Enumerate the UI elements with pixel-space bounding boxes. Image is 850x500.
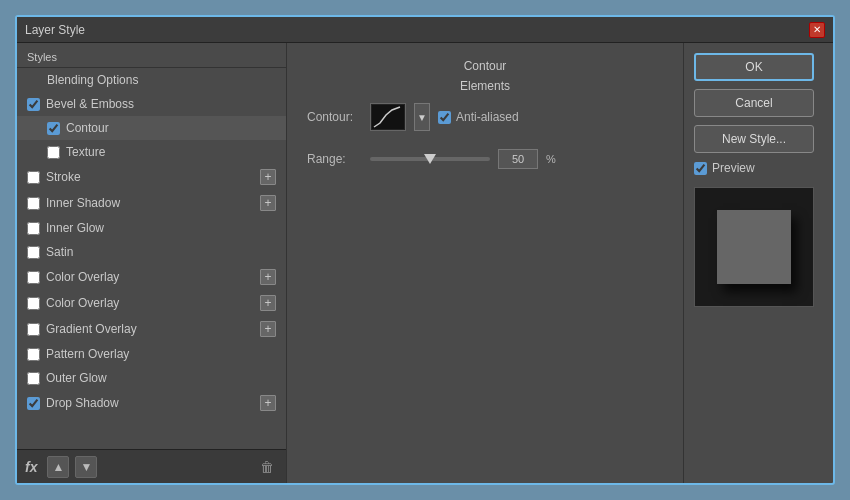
sidebar-item-gradient-overlay[interactable]: Gradient Overlay+ bbox=[17, 316, 286, 342]
layer-style-dialog: Layer Style ✕ Styles Blending OptionsBev… bbox=[15, 15, 835, 485]
range-label: Range: bbox=[307, 152, 362, 166]
add-button-stroke[interactable]: + bbox=[260, 169, 276, 185]
anti-aliased-label: Anti-aliased bbox=[456, 110, 519, 124]
sidebar-item-blending-options[interactable]: Blending Options bbox=[17, 68, 286, 92]
dialog-body: Styles Blending OptionsBevel & EmbossCon… bbox=[17, 43, 833, 483]
checkbox-outer-glow[interactable] bbox=[27, 372, 40, 385]
add-button-drop-shadow[interactable]: + bbox=[260, 395, 276, 411]
label-color-overlay-2: Color Overlay bbox=[46, 296, 119, 310]
contour-curve-icon bbox=[372, 105, 404, 129]
label-texture: Texture bbox=[66, 145, 105, 159]
add-button-gradient-overlay[interactable]: + bbox=[260, 321, 276, 337]
cancel-button[interactable]: Cancel bbox=[694, 89, 814, 117]
checkbox-contour[interactable] bbox=[47, 122, 60, 135]
sidebar-item-texture[interactable]: Texture bbox=[17, 140, 286, 164]
add-button-color-overlay-2[interactable]: + bbox=[260, 295, 276, 311]
ok-button[interactable]: OK bbox=[694, 53, 814, 81]
range-value-input[interactable] bbox=[498, 149, 538, 169]
range-slider-track bbox=[370, 157, 490, 161]
checkbox-stroke[interactable] bbox=[27, 171, 40, 184]
label-drop-shadow: Drop Shadow bbox=[46, 396, 119, 410]
checkbox-pattern-overlay[interactable] bbox=[27, 348, 40, 361]
range-percent-label: % bbox=[546, 153, 556, 165]
delete-button[interactable]: 🗑 bbox=[256, 456, 278, 478]
styles-header: Styles bbox=[17, 43, 286, 68]
label-blending-options: Blending Options bbox=[47, 73, 138, 87]
preview-row: Preview bbox=[694, 161, 823, 175]
add-button-color-overlay-1[interactable]: + bbox=[260, 269, 276, 285]
anti-alias-row: Anti-aliased bbox=[438, 110, 519, 124]
sidebar-item-stroke[interactable]: Stroke+ bbox=[17, 164, 286, 190]
label-inner-glow: Inner Glow bbox=[46, 221, 104, 235]
label-pattern-overlay: Pattern Overlay bbox=[46, 347, 129, 361]
checkbox-color-overlay-2[interactable] bbox=[27, 297, 40, 310]
sidebar-item-color-overlay-2[interactable]: Color Overlay+ bbox=[17, 290, 286, 316]
left-panel: Styles Blending OptionsBevel & EmbossCon… bbox=[17, 43, 287, 483]
right-panel: OK Cancel New Style... Preview bbox=[683, 43, 833, 483]
section-title-contour: Contour bbox=[307, 59, 663, 73]
preview-checkbox[interactable] bbox=[694, 162, 707, 175]
preview-label: Preview bbox=[712, 161, 755, 175]
sidebar-item-color-overlay-1[interactable]: Color Overlay+ bbox=[17, 264, 286, 290]
range-slider-thumb bbox=[424, 154, 436, 164]
sidebar-item-pattern-overlay[interactable]: Pattern Overlay bbox=[17, 342, 286, 366]
dialog-title: Layer Style bbox=[25, 23, 85, 37]
section-title-elements: Elements bbox=[307, 79, 663, 93]
label-color-overlay-1: Color Overlay bbox=[46, 270, 119, 284]
sidebar-item-bevel-emboss[interactable]: Bevel & Emboss bbox=[17, 92, 286, 116]
checkbox-color-overlay-1[interactable] bbox=[27, 271, 40, 284]
range-slider[interactable] bbox=[370, 149, 490, 169]
checkbox-inner-shadow[interactable] bbox=[27, 197, 40, 210]
move-down-button[interactable]: ▼ bbox=[75, 456, 97, 478]
label-contour: Contour bbox=[66, 121, 109, 135]
label-gradient-overlay: Gradient Overlay bbox=[46, 322, 137, 336]
sidebar-item-satin[interactable]: Satin bbox=[17, 240, 286, 264]
contour-row: Contour: ▼ Anti-aliased bbox=[307, 103, 663, 131]
checkbox-satin[interactable] bbox=[27, 246, 40, 259]
label-outer-glow: Outer Glow bbox=[46, 371, 107, 385]
checkbox-bevel-emboss[interactable] bbox=[27, 98, 40, 111]
left-panel-footer: fx ▲ ▼ 🗑 bbox=[17, 449, 286, 483]
add-button-inner-shadow[interactable]: + bbox=[260, 195, 276, 211]
label-inner-shadow: Inner Shadow bbox=[46, 196, 120, 210]
checkbox-gradient-overlay[interactable] bbox=[27, 323, 40, 336]
center-panel: Contour Elements Contour: ▼ Anti-aliased bbox=[287, 43, 683, 483]
title-bar: Layer Style ✕ bbox=[17, 17, 833, 43]
preview-layer-thumbnail bbox=[717, 210, 791, 284]
sidebar-item-drop-shadow[interactable]: Drop Shadow+ bbox=[17, 390, 286, 416]
sidebar-item-contour[interactable]: Contour bbox=[17, 116, 286, 140]
anti-aliased-checkbox[interactable] bbox=[438, 111, 451, 124]
preview-box bbox=[694, 187, 814, 307]
contour-preview[interactable] bbox=[370, 103, 406, 131]
checkbox-inner-glow[interactable] bbox=[27, 222, 40, 235]
label-stroke: Stroke bbox=[46, 170, 81, 184]
label-satin: Satin bbox=[46, 245, 73, 259]
contour-dropdown-button[interactable]: ▼ bbox=[414, 103, 430, 131]
sidebar-item-inner-glow[interactable]: Inner Glow bbox=[17, 216, 286, 240]
close-button[interactable]: ✕ bbox=[809, 22, 825, 38]
checkbox-texture[interactable] bbox=[47, 146, 60, 159]
styles-list: Blending OptionsBevel & EmbossContourTex… bbox=[17, 68, 286, 449]
label-bevel-emboss: Bevel & Emboss bbox=[46, 97, 134, 111]
checkbox-drop-shadow[interactable] bbox=[27, 397, 40, 410]
contour-label: Contour: bbox=[307, 110, 362, 124]
new-style-button[interactable]: New Style... bbox=[694, 125, 814, 153]
sidebar-item-inner-shadow[interactable]: Inner Shadow+ bbox=[17, 190, 286, 216]
range-row: Range: % bbox=[307, 149, 663, 169]
fx-label: fx bbox=[25, 459, 37, 475]
move-up-button[interactable]: ▲ bbox=[47, 456, 69, 478]
sidebar-item-outer-glow[interactable]: Outer Glow bbox=[17, 366, 286, 390]
